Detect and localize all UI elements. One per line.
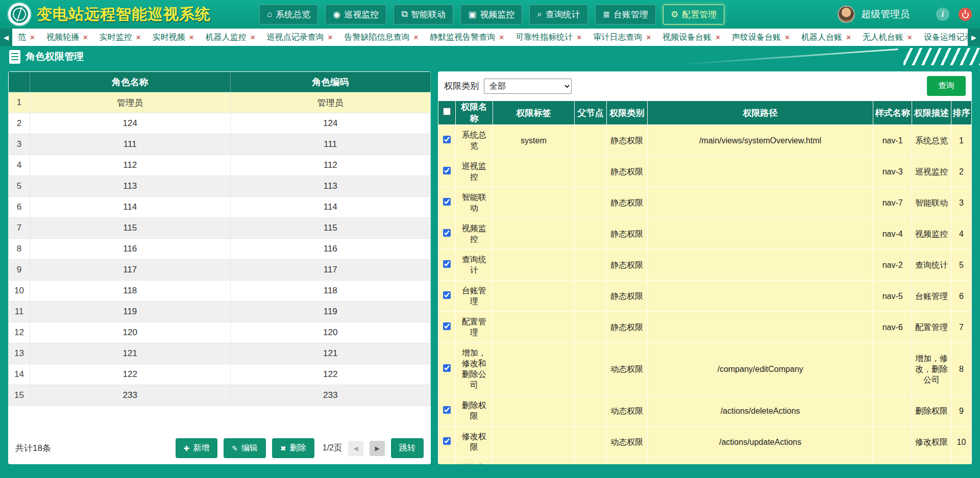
tab-close-icon[interactable]: ✕ <box>907 34 913 41</box>
tab-2[interactable]: 视频轮播✕ <box>41 29 94 46</box>
tab-1[interactable]: 范✕ <box>12 29 41 46</box>
video-icon: ▣ <box>468 9 476 20</box>
role-row[interactable]: 3111111 <box>9 134 431 155</box>
role-row[interactable]: 13121121 <box>9 343 431 364</box>
select-all-checkbox[interactable] <box>443 108 451 115</box>
role-row[interactable]: 5113113 <box>9 176 431 197</box>
tab-15[interactable]: 设备运维记录✕ <box>918 29 968 46</box>
role-edit-button[interactable]: ✎编辑 <box>224 438 266 458</box>
decor-stripes <box>903 48 980 65</box>
row-checkbox[interactable] <box>443 406 451 414</box>
role-row[interactable]: 4112112 <box>9 155 431 176</box>
permissions-filter-row: 权限类别 全部 查询 <box>438 71 972 100</box>
tab-close-icon[interactable]: ✕ <box>83 34 88 41</box>
row-checkbox[interactable] <box>443 364 451 372</box>
user-name: 超级管理员 <box>861 8 910 21</box>
tab-11[interactable]: 视频设备台账✕ <box>657 29 726 46</box>
row-checkbox[interactable] <box>443 322 451 330</box>
perm-desc-header: 权限描述 <box>912 101 951 125</box>
row-checkbox[interactable] <box>443 198 451 206</box>
tab-close-icon[interactable]: ✕ <box>576 34 582 41</box>
nav-item-1[interactable]: ⌂系统总览 <box>259 5 318 24</box>
tab-14[interactable]: 无人机台账✕ <box>857 29 918 46</box>
tab-close-icon[interactable]: ✕ <box>785 34 790 41</box>
tab-close-icon[interactable]: ✕ <box>328 34 333 41</box>
tab-close-icon[interactable]: ✕ <box>189 34 194 41</box>
tab-4[interactable]: 实时视频✕ <box>147 29 200 46</box>
role-row[interactable]: 6114114 <box>9 197 431 218</box>
tab-close-icon[interactable]: ✕ <box>30 34 35 41</box>
role-row[interactable]: 12120120 <box>9 322 431 343</box>
permission-row: 台账管理静态权限nav-5台账管理6 <box>438 281 972 312</box>
permission-type-select[interactable]: 全部 <box>484 79 572 94</box>
row-checkbox[interactable] <box>443 291 451 299</box>
tab-5[interactable]: 机器人监控✕ <box>200 29 261 46</box>
nav-item-2[interactable]: ◉巡视监控 <box>325 5 386 24</box>
tab-7[interactable]: 告警缺陷信息查询✕ <box>338 29 424 46</box>
nav-item-4[interactable]: ▣视频监控 <box>460 5 522 24</box>
info-icon[interactable]: i <box>936 8 949 21</box>
page-title-bar: 角色权限管理 <box>0 46 980 67</box>
role-row[interactable]: 14122122 <box>9 364 431 385</box>
nav-item-6[interactable]: ≣台账管理 <box>595 5 656 24</box>
roles-code-header: 角色编码 <box>230 72 431 92</box>
roles-panel: 角色名称 角色编码 1管理员管理员21241243111111411211251… <box>8 71 431 464</box>
permission-row: 删除权限动态权限/actions/deleteActions删除权限9 <box>438 395 972 426</box>
permissions-table-body: 系统总览system静态权限/main/views/systemOverview… <box>438 125 972 465</box>
roles-index-header <box>9 72 30 92</box>
tab-close-icon[interactable]: ✕ <box>715 34 721 41</box>
tab-3[interactable]: 实时监控✕ <box>94 29 147 46</box>
tab-close-icon[interactable]: ✕ <box>250 34 256 41</box>
perm-style-header: 样式名称 <box>873 101 912 125</box>
role-row[interactable]: 15233233 <box>9 385 431 406</box>
query-button[interactable]: 查询 <box>927 76 966 96</box>
role-row[interactable]: 2124124 <box>9 113 431 134</box>
role-row[interactable]: 11119119 <box>9 301 431 322</box>
role-row[interactable]: 8116116 <box>9 239 431 260</box>
user-avatar[interactable] <box>838 6 855 23</box>
row-checkbox[interactable] <box>443 437 451 445</box>
power-icon[interactable] <box>959 8 972 21</box>
nav-item-5[interactable]: ⌕查询统计 <box>529 5 588 24</box>
tab-9[interactable]: 可靠性指标统计✕ <box>510 29 587 46</box>
tab-12[interactable]: 声纹设备台账✕ <box>726 29 796 46</box>
tab-close-icon[interactable]: ✕ <box>846 34 851 41</box>
nav-item-3[interactable]: ⧉智能联动 <box>394 5 453 24</box>
role-row[interactable]: 7115115 <box>9 218 431 239</box>
role-row[interactable]: 10118118 <box>9 281 431 301</box>
roles-footer: 共计18条 ✚新增 ✎编辑 ✖删除 1/2页 ◀ ▶ 跳转 <box>8 432 431 464</box>
tab-scroll-left-icon[interactable]: ◀ <box>0 29 12 46</box>
row-checkbox[interactable] <box>443 167 451 174</box>
tab-13[interactable]: 机器人台账✕ <box>796 29 857 46</box>
roles-table: 角色名称 角色编码 1管理员管理员21241243111111411211251… <box>8 71 431 406</box>
permission-row: 查询统计静态权限nav-2查询统计5 <box>438 249 972 281</box>
tab-close-icon[interactable]: ✕ <box>499 34 504 41</box>
link-icon: ⧉ <box>401 9 407 19</box>
jump-page-button[interactable]: 跳转 <box>391 438 424 458</box>
next-page-button[interactable]: ▶ <box>370 441 385 456</box>
row-checkbox[interactable] <box>443 136 451 143</box>
globe-icon <box>11 6 28 23</box>
prev-page-button[interactable]: ◀ <box>348 441 363 456</box>
tab-close-icon[interactable]: ✕ <box>413 34 419 41</box>
nav-item-7[interactable]: ⚙配置管理 <box>663 5 724 24</box>
top-header: 变电站远程智能巡视系统 ⌂系统总览◉巡视监控⧉智能联动▣视频监控⌕查询统计≣台账… <box>0 0 980 29</box>
row-checkbox[interactable] <box>443 260 451 268</box>
tab-scroll-right-icon[interactable]: ▶ <box>968 29 980 46</box>
permission-row: 增加权限动态权限/actions/addActions增加权限11 <box>438 458 972 465</box>
tab-6[interactable]: 巡视点记录查询✕ <box>261 29 339 46</box>
tabs-container: 范✕视频轮播✕实时监控✕实时视频✕机器人监控✕巡视点记录查询✕告警缺陷信息查询✕… <box>12 29 968 46</box>
role-row[interactable]: 1管理员管理员 <box>9 92 431 113</box>
role-add-button[interactable]: ✚新增 <box>176 438 218 458</box>
tab-10[interactable]: 审计日志查询✕ <box>587 29 657 46</box>
tab-8[interactable]: 静默监视告警查询✕ <box>424 29 510 46</box>
page-indicator: 1/2页 <box>323 443 342 454</box>
perm-path-header: 权限路径 <box>647 101 873 125</box>
permission-row: 系统总览system静态权限/main/views/systemOverview… <box>438 125 972 156</box>
role-row[interactable]: 9117117 <box>9 260 431 281</box>
permission-row: 修改权限动态权限/actions/updateActions修改权限10 <box>438 426 972 458</box>
row-checkbox[interactable] <box>443 229 451 237</box>
tab-close-icon[interactable]: ✕ <box>136 34 141 41</box>
tab-close-icon[interactable]: ✕ <box>646 34 651 41</box>
role-delete-button[interactable]: ✖删除 <box>272 438 314 458</box>
